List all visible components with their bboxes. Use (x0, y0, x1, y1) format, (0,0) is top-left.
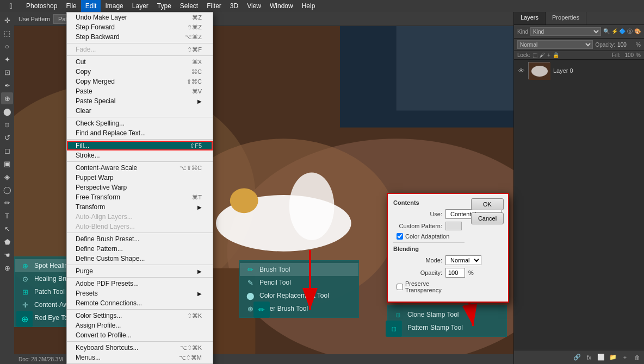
tool-rect-select[interactable]: ⬚ (1, 27, 13, 39)
menu-color-settings[interactable]: Color Settings... ⇧⌘K (67, 311, 213, 321)
menu-type[interactable]: Type (153, 0, 176, 12)
menu-3d[interactable]: 3D (226, 0, 243, 12)
tool-heal[interactable]: ⊕ (1, 92, 13, 104)
flyout-brush-tool[interactable]: ✏ Brush Tool (240, 263, 358, 276)
menu-purge[interactable]: Purge ▶ (67, 266, 213, 276)
menu-paste-special[interactable]: Paste Special ▶ (67, 96, 213, 106)
tool-move[interactable]: ✛ (1, 14, 13, 26)
menu-undo[interactable]: Undo Make Layer ⌘Z (67, 12, 213, 22)
tool-gradient[interactable]: ▣ (1, 158, 13, 170)
clone-stamp-flyout: ⎅ Clone Stamp Tool ⊞ Pattern Stamp Tool (387, 305, 507, 337)
menu-photoshop[interactable]: Photoshop (22, 0, 61, 12)
dialog-ok-button[interactable]: OK (471, 198, 504, 210)
menu-transform[interactable]: Transform ▶ (67, 202, 213, 212)
menu-assign-profile[interactable]: Assign Profile... (67, 321, 213, 330)
layer-thumbnail (528, 62, 550, 79)
menu-help[interactable]: Help (298, 0, 320, 12)
tool-eraser[interactable]: ◻ (1, 145, 13, 156)
layers-blend-mode-select[interactable]: Normal (517, 40, 593, 49)
tool-magic-wand[interactable]: ✦ (1, 53, 13, 65)
menu-presets[interactable]: Presets ▶ (67, 288, 213, 298)
tool-shape[interactable]: ⬟ (1, 236, 13, 248)
menu-fade: Fade... ⇧⌘F (67, 45, 213, 54)
menu-perspective-warp[interactable]: Perspective Warp (67, 183, 213, 192)
tool-pen[interactable]: ✏ (1, 197, 13, 209)
menu-edit[interactable]: Edit (81, 0, 101, 12)
dialog-color-adaptation-checkbox[interactable] (397, 233, 403, 240)
new-group-icon[interactable]: 📁 (608, 353, 618, 362)
brush-icon-symbol: ✏ (258, 305, 265, 314)
menu-define-shape[interactable]: Define Custom Shape... (67, 254, 213, 263)
svg-rect-2 (397, 26, 513, 111)
add-style-icon[interactable]: fx (584, 353, 594, 362)
menu-paste[interactable]: Paste ⌘V (67, 86, 213, 96)
tool-history-brush[interactable]: ↺ (1, 131, 13, 143)
healing-tool-active-icon[interactable]: ⊕ (16, 311, 33, 327)
tool-crop[interactable]: ⊡ (1, 66, 13, 78)
menu-image[interactable]: Image (101, 0, 127, 12)
tool-path-select[interactable]: ↖ (1, 223, 13, 235)
clone-tool-active-icon[interactable]: ⎅ (386, 321, 402, 337)
flyout-pencil-tool[interactable]: ✎ Pencil Tool (240, 276, 358, 289)
brush-tool-active-icon[interactable]: ✏ (253, 302, 270, 318)
menu-check-spelling[interactable]: Check Spelling... (67, 118, 213, 128)
menu-cut[interactable]: Cut ⌘X (67, 57, 213, 67)
menu-copy[interactable]: Copy ⌘C (67, 67, 213, 77)
menu-find-replace[interactable]: Find and Replace Text... (67, 128, 213, 138)
menu-layer[interactable]: Layer (128, 0, 153, 12)
lock-image-icon[interactable]: 🖌 (540, 52, 545, 58)
brush-tool-label: Brush Tool (259, 266, 290, 273)
separator-6 (67, 233, 213, 233)
menu-free-transform[interactable]: Free Transform ⌘T (67, 192, 213, 202)
menu-fill[interactable]: Fill... ⇧F5 (67, 141, 213, 150)
dialog-mode-select[interactable]: Normal (445, 255, 481, 265)
layer-item[interactable]: 👁 Layer 0 (514, 60, 644, 81)
lock-transparent-icon[interactable]: ⬚ (532, 52, 537, 58)
menu-step-backward[interactable]: Step Backward ⌥⌘Z (67, 32, 213, 42)
delete-layer-icon[interactable]: 🗑 (632, 353, 642, 362)
tool-dodge[interactable]: ◯ (1, 184, 13, 196)
menu-define-pattern[interactable]: Define Pattern... (67, 244, 213, 254)
menu-puppet-warp[interactable]: Puppet Warp (67, 173, 213, 183)
tool-zoom[interactable]: ⊕ (1, 262, 13, 274)
tab-properties[interactable]: Properties (546, 12, 586, 24)
menu-view[interactable]: View (243, 0, 265, 12)
menu-file[interactable]: File (61, 0, 81, 12)
menu-stroke[interactable]: Stroke... (67, 150, 213, 160)
tool-brush[interactable]: ⬤ (1, 105, 13, 117)
new-layer-icon[interactable]: + (620, 353, 630, 362)
menu-pdf-presets[interactable]: Adobe PDF Presets... (67, 279, 213, 288)
dialog-cancel-button[interactable]: Cancel (471, 212, 504, 224)
lock-all-icon[interactable]: 🔒 (553, 52, 559, 58)
dialog-opacity-input[interactable] (445, 268, 465, 278)
tool-type[interactable]: T (1, 210, 13, 222)
menu-step-forward[interactable]: Step Forward ⇧⌘Z (67, 22, 213, 32)
menu-select[interactable]: Select (176, 0, 202, 12)
layers-filter-select[interactable]: Kind (530, 27, 601, 36)
tool-blur[interactable]: ◈ (1, 171, 13, 183)
menu-clear[interactable]: Clear (67, 106, 213, 116)
tab-layers[interactable]: Layers (514, 12, 546, 24)
tool-hand[interactable]: ☚ (1, 249, 13, 261)
tool-clone[interactable]: ⎅ (1, 118, 13, 130)
menu-copy-merged[interactable]: Copy Merged ⇧⌘C (67, 77, 213, 86)
flyout-pattern-stamp[interactable]: ⊞ Pattern Stamp Tool (388, 321, 506, 334)
dialog-preserve-checkbox[interactable] (397, 284, 403, 290)
flyout-clone-stamp[interactable]: ⎅ Clone Stamp Tool (388, 308, 506, 321)
layer-visibility-icon[interactable]: 👁 (517, 67, 525, 74)
menu-content-aware-scale[interactable]: Content-Aware Scale ⌥⇧⌘C (67, 163, 213, 173)
tool-eyedropper[interactable]: ✒ (1, 79, 13, 91)
lock-position-icon[interactable]: + (547, 52, 550, 58)
menu-convert-profile[interactable]: Convert to Profile... (67, 330, 213, 340)
menu-window[interactable]: Window (265, 0, 298, 12)
menu-filter[interactable]: Filter (202, 0, 226, 12)
menu-menus[interactable]: Menus... ⌥⇧⌘M (67, 353, 213, 362)
menu-remote-connections[interactable]: Remote Connections... (67, 298, 213, 308)
tool-lasso[interactable]: ○ (1, 40, 13, 52)
menu-keyboard-shortcuts[interactable]: Keyboard Shortcuts... ⌥⇧⌘K (67, 343, 213, 353)
flyout-color-replacement[interactable]: ⬤ Color Replacement Tool (240, 289, 358, 302)
link-layers-icon[interactable]: 🔗 (572, 353, 582, 362)
add-mask-icon[interactable]: ⬜ (596, 353, 606, 362)
menu-define-brush[interactable]: Define Brush Preset... (67, 234, 213, 244)
apple-menu[interactable]:  (0, 2, 22, 10)
